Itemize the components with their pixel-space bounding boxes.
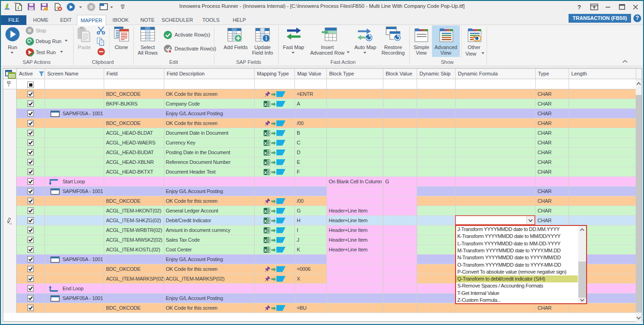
svg-text:?: ? <box>577 4 581 11</box>
